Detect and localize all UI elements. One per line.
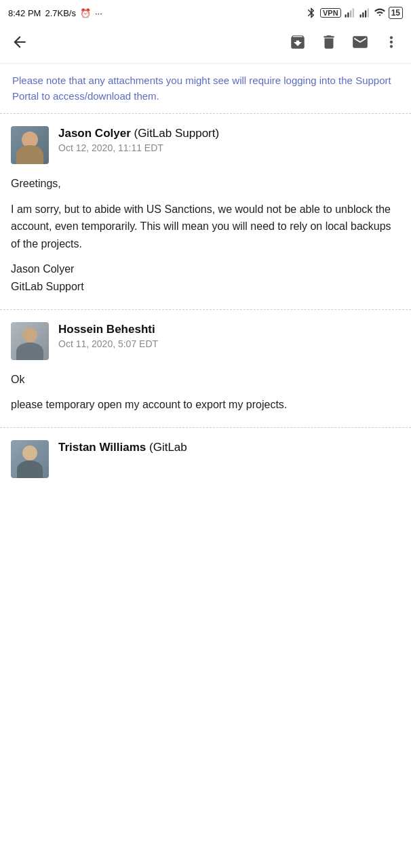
more-dots: ··· — [95, 8, 102, 18]
signal-icon-2 — [359, 7, 371, 19]
avatar — [11, 126, 49, 164]
svg-rect-0 — [345, 14, 346, 18]
status-left: 8:42 PM 2.7KB/s ⏰ ··· — [8, 8, 102, 18]
message-meta: Tristan Williams (GitLab — [58, 440, 400, 455]
toolbar-actions — [289, 33, 400, 55]
svg-rect-3 — [352, 8, 353, 18]
message-header: Tristan Williams (GitLab — [11, 440, 400, 478]
message-body: Greetings, I am sorry, but to abide with… — [11, 175, 400, 296]
message-paragraph: Jason ColyerGitLab Support — [11, 260, 400, 295]
avatar — [11, 322, 49, 360]
notice-text: Please note that any attachments you mig… — [12, 73, 399, 104]
battery-icon: 15 — [389, 7, 403, 19]
bluetooth-icon — [305, 7, 317, 19]
message-paragraph: Ok — [11, 371, 400, 389]
svg-rect-6 — [365, 10, 366, 18]
sender-name: Jason Colyer (GitLab Support) — [58, 126, 400, 141]
message-item: Hossein Beheshti Oct 11, 2020, 5:07 EDT … — [0, 310, 411, 428]
email-button[interactable] — [351, 33, 369, 55]
network-speed: 2.7KB/s — [45, 8, 76, 18]
message-paragraph: please temporary open my account to expo… — [11, 396, 400, 414]
notice-banner: Please note that any attachments you mig… — [0, 64, 411, 114]
more-options-button[interactable] — [383, 33, 400, 55]
message-body: Ok please temporary open my account to e… — [11, 371, 400, 414]
message-paragraph: I am sorry, but to abide with US Sanctio… — [11, 201, 400, 253]
delete-button[interactable] — [320, 33, 338, 55]
status-bar: 8:42 PM 2.7KB/s ⏰ ··· VPN 1 — [0, 0, 411, 24]
svg-rect-2 — [350, 10, 351, 18]
vpn-badge: VPN — [320, 8, 341, 18]
message-item: Jason Colyer (GitLab Support) Oct 12, 20… — [0, 114, 411, 310]
avatar — [11, 440, 49, 478]
message-date: Oct 11, 2020, 5:07 EDT — [58, 338, 400, 349]
wifi-icon — [374, 7, 386, 19]
svg-rect-4 — [359, 14, 361, 18]
svg-rect-5 — [362, 12, 364, 18]
sender-name: Hossein Beheshti — [58, 322, 400, 337]
message-meta: Jason Colyer (GitLab Support) Oct 12, 20… — [58, 126, 400, 153]
time-display: 8:42 PM — [8, 8, 41, 18]
message-thread: Jason Colyer (GitLab Support) Oct 12, 20… — [0, 114, 411, 486]
svg-rect-7 — [367, 8, 368, 18]
message-header: Jason Colyer (GitLab Support) Oct 12, 20… — [11, 126, 400, 164]
message-item: Tristan Williams (GitLab — [0, 428, 411, 486]
status-right: VPN 15 — [305, 7, 403, 19]
message-date: Oct 12, 2020, 11:11 EDT — [58, 142, 400, 153]
svg-rect-1 — [347, 12, 349, 18]
message-header: Hossein Beheshti Oct 11, 2020, 5:07 EDT — [11, 322, 400, 360]
archive-button[interactable] — [289, 33, 307, 55]
sender-name: Tristan Williams (GitLab — [58, 440, 400, 455]
signal-icon-1 — [344, 7, 356, 19]
back-button[interactable] — [11, 33, 28, 55]
toolbar — [0, 24, 411, 64]
alarm-icon: ⏰ — [80, 8, 91, 18]
message-paragraph: Greetings, — [11, 175, 400, 193]
message-meta: Hossein Beheshti Oct 11, 2020, 5:07 EDT — [58, 322, 400, 349]
